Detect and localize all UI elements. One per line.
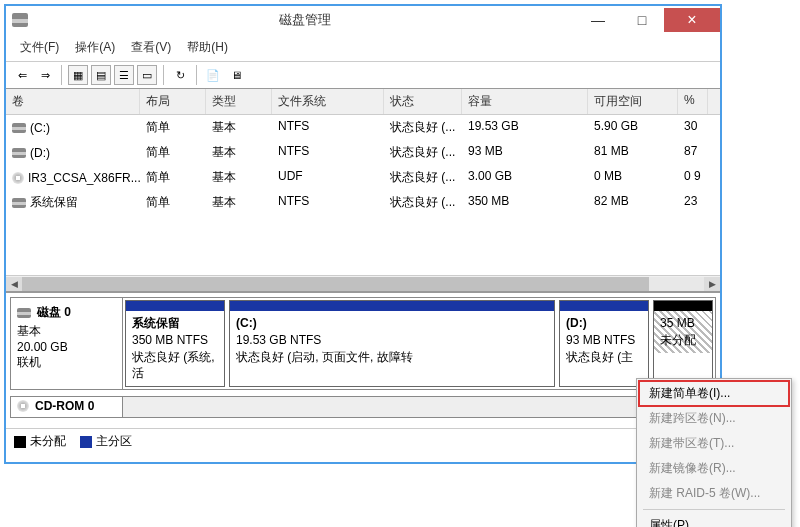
cell-percent: 30 bbox=[678, 117, 708, 138]
legend-primary: 主分区 bbox=[80, 433, 132, 450]
cell-type: 基本 bbox=[206, 192, 272, 213]
legend-swatch-unallocated bbox=[14, 436, 26, 448]
close-button[interactable]: × bbox=[664, 8, 720, 32]
forward-button[interactable]: ⇒ bbox=[35, 65, 55, 85]
partition-name: (D:) bbox=[566, 315, 642, 332]
volume-list: (C:)简单基本NTFS状态良好 (...19.53 GB5.90 GB30(D… bbox=[6, 115, 720, 275]
cell-layout: 简单 bbox=[140, 142, 206, 163]
cdrom-0-label: CD-ROM 0 bbox=[35, 399, 94, 413]
disk-icon bbox=[12, 198, 26, 208]
ctx-properties[interactable]: 属性(P) bbox=[639, 513, 789, 527]
table-row[interactable]: 系统保留简单基本NTFS状态良好 (...350 MB82 MB23 bbox=[6, 190, 720, 215]
toolbar-btn-2[interactable]: ▤ bbox=[91, 65, 111, 85]
menu-action[interactable]: 操作(A) bbox=[67, 37, 123, 58]
toolbar-separator bbox=[196, 65, 197, 85]
ctx-new-simple-volume[interactable]: 新建简单卷(I)... bbox=[639, 381, 789, 406]
disk-graphical-pane: 磁盘 0 基本 20.00 GB 联机 系统保留 350 MB NTFS 状态良… bbox=[6, 291, 720, 428]
volume-name: (C:) bbox=[30, 121, 50, 135]
toolbar-separator bbox=[61, 65, 62, 85]
toolbar-separator bbox=[163, 65, 164, 85]
menu-view[interactable]: 查看(V) bbox=[123, 37, 179, 58]
ctx-new-striped-volume: 新建带区卷(T)... bbox=[639, 431, 789, 456]
app-icon bbox=[12, 13, 28, 27]
partition-status: 状态良好 (主 bbox=[566, 349, 642, 366]
disk-icon bbox=[12, 148, 26, 158]
window-buttons: — □ × bbox=[576, 8, 720, 32]
disk-icon bbox=[12, 123, 26, 133]
partition-size: 35 MB bbox=[660, 315, 706, 332]
scroll-left-arrow[interactable]: ◀ bbox=[6, 277, 22, 291]
partition-name: 系统保留 bbox=[132, 315, 218, 332]
table-row[interactable]: IR3_CCSA_X86FR...简单基本UDF状态良好 (...3.00 GB… bbox=[6, 165, 720, 190]
ctx-separator bbox=[643, 509, 785, 510]
partition-size: 19.53 GB NTFS bbox=[236, 332, 548, 349]
scroll-right-arrow[interactable]: ▶ bbox=[704, 277, 720, 291]
disk-0-volumes: 系统保留 350 MB NTFS 状态良好 (系统, 活 (C:) 19.53 … bbox=[123, 298, 715, 389]
partition-system-reserved[interactable]: 系统保留 350 MB NTFS 状态良好 (系统, 活 bbox=[125, 300, 225, 387]
col-filesystem[interactable]: 文件系统 bbox=[272, 89, 384, 114]
table-row[interactable]: (D:)简单基本NTFS状态良好 (...93 MB81 MB87 bbox=[6, 140, 720, 165]
cell-percent: 87 bbox=[678, 142, 708, 163]
menubar: 文件(F) 操作(A) 查看(V) 帮助(H) bbox=[6, 34, 720, 62]
scroll-track[interactable] bbox=[22, 277, 704, 291]
toolbar-btn-3[interactable]: ☰ bbox=[114, 65, 134, 85]
menu-help[interactable]: 帮助(H) bbox=[179, 37, 236, 58]
col-status[interactable]: 状态 bbox=[384, 89, 462, 114]
disk-icon bbox=[17, 308, 31, 318]
cell-capacity: 350 MB bbox=[462, 192, 588, 213]
partition-c[interactable]: (C:) 19.53 GB NTFS 状态良好 (启动, 页面文件, 故障转 bbox=[229, 300, 555, 387]
partition-color-bar bbox=[230, 301, 554, 311]
cell-type: 基本 bbox=[206, 142, 272, 163]
titlebar[interactable]: 磁盘管理 — □ × bbox=[6, 6, 720, 34]
cell-layout: 简单 bbox=[140, 117, 206, 138]
cell-filesystem: UDF bbox=[272, 167, 384, 188]
cell-percent: 0 9 bbox=[678, 167, 708, 188]
cell-status: 状态良好 (... bbox=[384, 142, 462, 163]
cell-type: 基本 bbox=[206, 167, 272, 188]
partition-color-bar bbox=[654, 301, 712, 311]
cdrom-0-row: CD-ROM 0 bbox=[10, 396, 716, 418]
partition-d[interactable]: (D:) 93 MB NTFS 状态良好 (主 bbox=[559, 300, 649, 387]
partition-name: (C:) bbox=[236, 315, 548, 332]
cell-free: 5.90 GB bbox=[588, 117, 678, 138]
refresh-button[interactable]: ↻ bbox=[170, 65, 190, 85]
back-button[interactable]: ⇐ bbox=[12, 65, 32, 85]
partition-unallocated[interactable]: 35 MB 未分配 bbox=[653, 300, 713, 387]
context-menu: 新建简单卷(I)... 新建跨区卷(N)... 新建带区卷(T)... 新建镜像… bbox=[636, 378, 792, 527]
cdrom-0-info[interactable]: CD-ROM 0 bbox=[11, 397, 123, 417]
legend-swatch-primary bbox=[80, 436, 92, 448]
cell-filesystem: NTFS bbox=[272, 192, 384, 213]
col-volume[interactable]: 卷 bbox=[6, 89, 140, 114]
volume-name: (D:) bbox=[30, 146, 50, 160]
cell-status: 状态良好 (... bbox=[384, 167, 462, 188]
cell-layout: 简单 bbox=[140, 192, 206, 213]
toolbar-btn-6[interactable]: 🖥 bbox=[226, 65, 246, 85]
partition-size: 93 MB NTFS bbox=[566, 332, 642, 349]
ctx-new-raid5-volume: 新建 RAID-5 卷(W)... bbox=[639, 481, 789, 506]
col-layout[interactable]: 布局 bbox=[140, 89, 206, 114]
col-capacity[interactable]: 容量 bbox=[462, 89, 588, 114]
col-free[interactable]: 可用空间 bbox=[588, 89, 678, 114]
toolbar-btn-4[interactable]: ▭ bbox=[137, 65, 157, 85]
cell-status: 状态良好 (... bbox=[384, 192, 462, 213]
cell-status: 状态良好 (... bbox=[384, 117, 462, 138]
maximize-button[interactable]: □ bbox=[620, 8, 664, 32]
cell-free: 0 MB bbox=[588, 167, 678, 188]
disk-management-window: 磁盘管理 — □ × 文件(F) 操作(A) 查看(V) 帮助(H) ⇐ ⇒ ▦… bbox=[4, 4, 722, 464]
legend: 未分配 主分区 bbox=[6, 428, 720, 454]
window-title: 磁盘管理 bbox=[34, 11, 576, 29]
disk-0-label: 磁盘 0 bbox=[37, 304, 71, 321]
menu-file[interactable]: 文件(F) bbox=[12, 37, 67, 58]
scroll-thumb[interactable] bbox=[22, 277, 649, 291]
partition-color-bar bbox=[560, 301, 648, 311]
horizontal-scrollbar[interactable]: ◀ ▶ bbox=[6, 275, 720, 291]
cdrom-icon bbox=[17, 400, 29, 412]
minimize-button[interactable]: — bbox=[576, 8, 620, 32]
toolbar-btn-5[interactable]: 📄 bbox=[203, 65, 223, 85]
table-row[interactable]: (C:)简单基本NTFS状态良好 (...19.53 GB5.90 GB30 bbox=[6, 115, 720, 140]
disk-0-info[interactable]: 磁盘 0 基本 20.00 GB 联机 bbox=[11, 298, 123, 389]
toolbar-btn-1[interactable]: ▦ bbox=[68, 65, 88, 85]
col-percent[interactable]: % bbox=[678, 89, 708, 114]
col-type[interactable]: 类型 bbox=[206, 89, 272, 114]
cell-free: 81 MB bbox=[588, 142, 678, 163]
